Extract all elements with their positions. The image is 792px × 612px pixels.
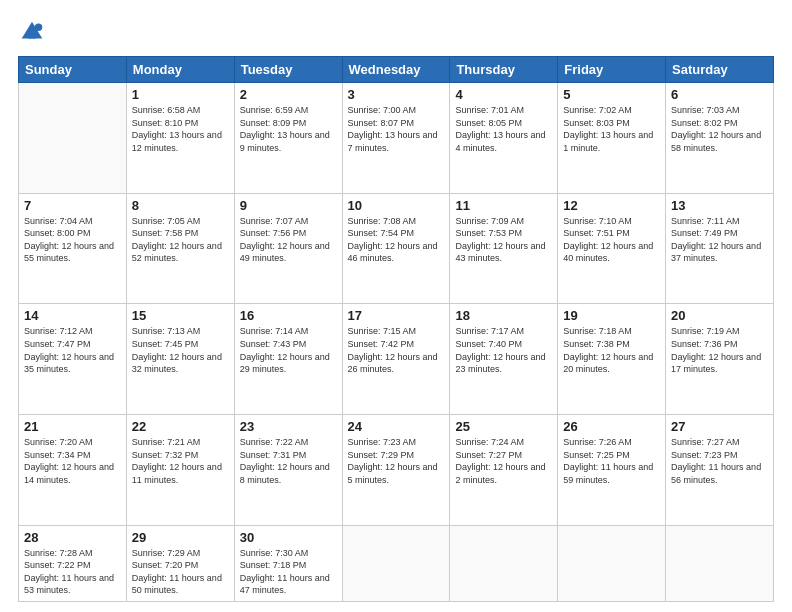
calendar-week-1: 7Sunrise: 7:04 AMSunset: 8:00 PMDaylight… (19, 193, 774, 304)
cell-info: Sunrise: 7:28 AMSunset: 7:22 PMDaylight:… (24, 547, 121, 597)
cell-info: Sunrise: 7:20 AMSunset: 7:34 PMDaylight:… (24, 436, 121, 486)
day-number: 24 (348, 419, 445, 434)
cell-info: Sunrise: 7:03 AMSunset: 8:02 PMDaylight:… (671, 104, 768, 154)
column-header-monday: Monday (126, 57, 234, 83)
day-number: 25 (455, 419, 552, 434)
day-number: 10 (348, 198, 445, 213)
calendar-cell: 16Sunrise: 7:14 AMSunset: 7:43 PMDayligh… (234, 304, 342, 415)
cell-info: Sunrise: 7:11 AMSunset: 7:49 PMDaylight:… (671, 215, 768, 265)
calendar-cell: 25Sunrise: 7:24 AMSunset: 7:27 PMDayligh… (450, 414, 558, 525)
calendar-week-0: 1Sunrise: 6:58 AMSunset: 8:10 PMDaylight… (19, 83, 774, 194)
day-number: 27 (671, 419, 768, 434)
calendar-cell (342, 525, 450, 601)
calendar-cell: 5Sunrise: 7:02 AMSunset: 8:03 PMDaylight… (558, 83, 666, 194)
calendar-cell (450, 525, 558, 601)
day-number: 23 (240, 419, 337, 434)
calendar-cell: 6Sunrise: 7:03 AMSunset: 8:02 PMDaylight… (666, 83, 774, 194)
column-header-saturday: Saturday (666, 57, 774, 83)
calendar-cell (19, 83, 127, 194)
calendar-cell: 26Sunrise: 7:26 AMSunset: 7:25 PMDayligh… (558, 414, 666, 525)
day-number: 19 (563, 308, 660, 323)
calendar-week-2: 14Sunrise: 7:12 AMSunset: 7:47 PMDayligh… (19, 304, 774, 415)
day-number: 3 (348, 87, 445, 102)
day-number: 18 (455, 308, 552, 323)
column-header-sunday: Sunday (19, 57, 127, 83)
page-header (18, 18, 774, 46)
cell-info: Sunrise: 7:24 AMSunset: 7:27 PMDaylight:… (455, 436, 552, 486)
day-number: 16 (240, 308, 337, 323)
column-header-thursday: Thursday (450, 57, 558, 83)
calendar-cell: 11Sunrise: 7:09 AMSunset: 7:53 PMDayligh… (450, 193, 558, 304)
column-header-wednesday: Wednesday (342, 57, 450, 83)
calendar-cell: 19Sunrise: 7:18 AMSunset: 7:38 PMDayligh… (558, 304, 666, 415)
calendar-cell: 30Sunrise: 7:30 AMSunset: 7:18 PMDayligh… (234, 525, 342, 601)
cell-info: Sunrise: 7:27 AMSunset: 7:23 PMDaylight:… (671, 436, 768, 486)
calendar-cell: 12Sunrise: 7:10 AMSunset: 7:51 PMDayligh… (558, 193, 666, 304)
day-number: 1 (132, 87, 229, 102)
day-number: 30 (240, 530, 337, 545)
logo-icon (18, 18, 46, 46)
cell-info: Sunrise: 7:21 AMSunset: 7:32 PMDaylight:… (132, 436, 229, 486)
calendar-cell: 1Sunrise: 6:58 AMSunset: 8:10 PMDaylight… (126, 83, 234, 194)
day-number: 6 (671, 87, 768, 102)
cell-info: Sunrise: 7:22 AMSunset: 7:31 PMDaylight:… (240, 436, 337, 486)
cell-info: Sunrise: 7:01 AMSunset: 8:05 PMDaylight:… (455, 104, 552, 154)
column-header-friday: Friday (558, 57, 666, 83)
cell-info: Sunrise: 7:15 AMSunset: 7:42 PMDaylight:… (348, 325, 445, 375)
day-number: 2 (240, 87, 337, 102)
calendar-cell: 17Sunrise: 7:15 AMSunset: 7:42 PMDayligh… (342, 304, 450, 415)
cell-info: Sunrise: 7:23 AMSunset: 7:29 PMDaylight:… (348, 436, 445, 486)
cell-info: Sunrise: 6:59 AMSunset: 8:09 PMDaylight:… (240, 104, 337, 154)
day-number: 20 (671, 308, 768, 323)
day-number: 26 (563, 419, 660, 434)
day-number: 29 (132, 530, 229, 545)
cell-info: Sunrise: 7:13 AMSunset: 7:45 PMDaylight:… (132, 325, 229, 375)
day-number: 5 (563, 87, 660, 102)
calendar-body: 1Sunrise: 6:58 AMSunset: 8:10 PMDaylight… (19, 83, 774, 602)
cell-info: Sunrise: 7:05 AMSunset: 7:58 PMDaylight:… (132, 215, 229, 265)
cell-info: Sunrise: 7:09 AMSunset: 7:53 PMDaylight:… (455, 215, 552, 265)
calendar-cell: 18Sunrise: 7:17 AMSunset: 7:40 PMDayligh… (450, 304, 558, 415)
day-number: 9 (240, 198, 337, 213)
day-number: 11 (455, 198, 552, 213)
cell-info: Sunrise: 7:00 AMSunset: 8:07 PMDaylight:… (348, 104, 445, 154)
calendar-cell: 29Sunrise: 7:29 AMSunset: 7:20 PMDayligh… (126, 525, 234, 601)
cell-info: Sunrise: 7:14 AMSunset: 7:43 PMDaylight:… (240, 325, 337, 375)
cell-info: Sunrise: 7:02 AMSunset: 8:03 PMDaylight:… (563, 104, 660, 154)
svg-rect-1 (28, 31, 35, 38)
day-number: 14 (24, 308, 121, 323)
cell-info: Sunrise: 7:17 AMSunset: 7:40 PMDaylight:… (455, 325, 552, 375)
calendar-cell: 28Sunrise: 7:28 AMSunset: 7:22 PMDayligh… (19, 525, 127, 601)
svg-point-2 (35, 24, 42, 31)
calendar-page: SundayMondayTuesdayWednesdayThursdayFrid… (0, 0, 792, 612)
logo (18, 18, 50, 46)
day-number: 22 (132, 419, 229, 434)
calendar-cell: 27Sunrise: 7:27 AMSunset: 7:23 PMDayligh… (666, 414, 774, 525)
calendar-cell: 22Sunrise: 7:21 AMSunset: 7:32 PMDayligh… (126, 414, 234, 525)
day-number: 7 (24, 198, 121, 213)
calendar-header-row: SundayMondayTuesdayWednesdayThursdayFrid… (19, 57, 774, 83)
cell-info: Sunrise: 7:07 AMSunset: 7:56 PMDaylight:… (240, 215, 337, 265)
day-number: 4 (455, 87, 552, 102)
cell-info: Sunrise: 7:29 AMSunset: 7:20 PMDaylight:… (132, 547, 229, 597)
cell-info: Sunrise: 7:18 AMSunset: 7:38 PMDaylight:… (563, 325, 660, 375)
calendar-cell: 3Sunrise: 7:00 AMSunset: 8:07 PMDaylight… (342, 83, 450, 194)
cell-info: Sunrise: 7:26 AMSunset: 7:25 PMDaylight:… (563, 436, 660, 486)
calendar-cell: 9Sunrise: 7:07 AMSunset: 7:56 PMDaylight… (234, 193, 342, 304)
cell-info: Sunrise: 7:08 AMSunset: 7:54 PMDaylight:… (348, 215, 445, 265)
calendar-cell (558, 525, 666, 601)
day-number: 15 (132, 308, 229, 323)
calendar-cell: 13Sunrise: 7:11 AMSunset: 7:49 PMDayligh… (666, 193, 774, 304)
column-header-tuesday: Tuesday (234, 57, 342, 83)
calendar-cell (666, 525, 774, 601)
calendar-cell: 23Sunrise: 7:22 AMSunset: 7:31 PMDayligh… (234, 414, 342, 525)
calendar-cell: 15Sunrise: 7:13 AMSunset: 7:45 PMDayligh… (126, 304, 234, 415)
calendar-cell: 21Sunrise: 7:20 AMSunset: 7:34 PMDayligh… (19, 414, 127, 525)
calendar-cell: 10Sunrise: 7:08 AMSunset: 7:54 PMDayligh… (342, 193, 450, 304)
calendar-table: SundayMondayTuesdayWednesdayThursdayFrid… (18, 56, 774, 602)
calendar-cell: 14Sunrise: 7:12 AMSunset: 7:47 PMDayligh… (19, 304, 127, 415)
calendar-week-3: 21Sunrise: 7:20 AMSunset: 7:34 PMDayligh… (19, 414, 774, 525)
calendar-cell: 8Sunrise: 7:05 AMSunset: 7:58 PMDaylight… (126, 193, 234, 304)
calendar-cell: 4Sunrise: 7:01 AMSunset: 8:05 PMDaylight… (450, 83, 558, 194)
calendar-cell: 20Sunrise: 7:19 AMSunset: 7:36 PMDayligh… (666, 304, 774, 415)
